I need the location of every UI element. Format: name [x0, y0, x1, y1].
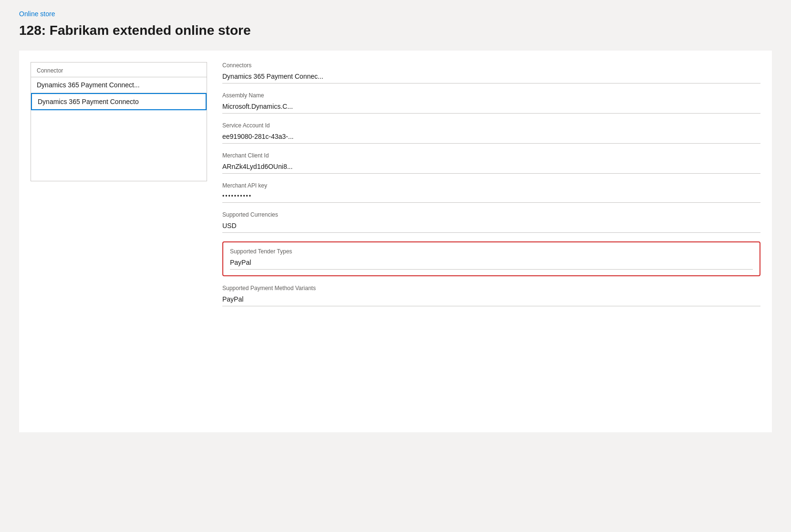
- field-group-merchant-client-id: Merchant Client Id ARnZk4Lyd1d6OUni8...: [222, 152, 760, 174]
- left-panel: Connector Dynamics 365 Payment Connect..…: [31, 62, 207, 421]
- page-container: Online store 128: Fabrikam extended onli…: [0, 0, 791, 532]
- label-merchant-api-key: Merchant API key: [222, 182, 760, 189]
- field-group-supported-currencies: Supported Currencies USD: [222, 211, 760, 233]
- value-merchant-client-id: ARnZk4Lyd1d6OUni8...: [222, 161, 760, 174]
- value-supported-tender-types: PayPal: [230, 257, 753, 270]
- value-connectors: Dynamics 365 Payment Connec...: [222, 71, 760, 83]
- right-panel: Connectors Dynamics 365 Payment Connec..…: [222, 62, 760, 421]
- value-assembly-name: Microsoft.Dynamics.C...: [222, 101, 760, 114]
- field-group-service-account-id: Service Account Id ee919080-281c-43a3-..…: [222, 122, 760, 144]
- value-supported-currencies: USD: [222, 220, 760, 233]
- field-group-connectors: Connectors Dynamics 365 Payment Connec..…: [222, 62, 760, 83]
- connector-item-2-label: Dynamics 365 Payment Connecto: [38, 98, 139, 105]
- value-supported-payment-method-variants: PayPal: [222, 293, 760, 306]
- value-merchant-api-key: ••••••••••: [222, 191, 760, 203]
- label-supported-currencies: Supported Currencies: [222, 211, 760, 218]
- label-merchant-client-id: Merchant Client Id: [222, 152, 760, 159]
- label-assembly-name: Assembly Name: [222, 92, 760, 99]
- label-supported-tender-types: Supported Tender Types: [230, 248, 753, 255]
- connector-list-header: Connector: [31, 63, 207, 77]
- connector-list-item[interactable]: Dynamics 365 Payment Connect...: [31, 77, 207, 93]
- connector-item-1-label: Dynamics 365 Payment Connect...: [37, 81, 140, 89]
- field-group-assembly-name: Assembly Name Microsoft.Dynamics.C...: [222, 92, 760, 114]
- connector-list-item-selected[interactable]: Dynamics 365 Payment Connecto: [31, 93, 207, 110]
- page-title: 128: Fabrikam extended online store: [19, 22, 772, 39]
- label-service-account-id: Service Account Id: [222, 122, 760, 129]
- breadcrumb[interactable]: Online store: [19, 10, 55, 18]
- field-group-supported-payment-method-variants: Supported Payment Method Variants PayPal: [222, 285, 760, 306]
- highlighted-section-tender-types: Supported Tender Types PayPal: [222, 241, 760, 276]
- label-connectors: Connectors: [222, 62, 760, 69]
- value-service-account-id: ee919080-281c-43a3-...: [222, 131, 760, 144]
- content-area: Connector Dynamics 365 Payment Connect..…: [19, 51, 772, 432]
- header-section: Online store 128: Fabrikam extended onli…: [0, 0, 791, 51]
- label-supported-payment-method-variants: Supported Payment Method Variants: [222, 285, 760, 292]
- field-group-merchant-api-key: Merchant API key ••••••••••: [222, 182, 760, 203]
- connector-list-container: Connector Dynamics 365 Payment Connect..…: [31, 62, 207, 181]
